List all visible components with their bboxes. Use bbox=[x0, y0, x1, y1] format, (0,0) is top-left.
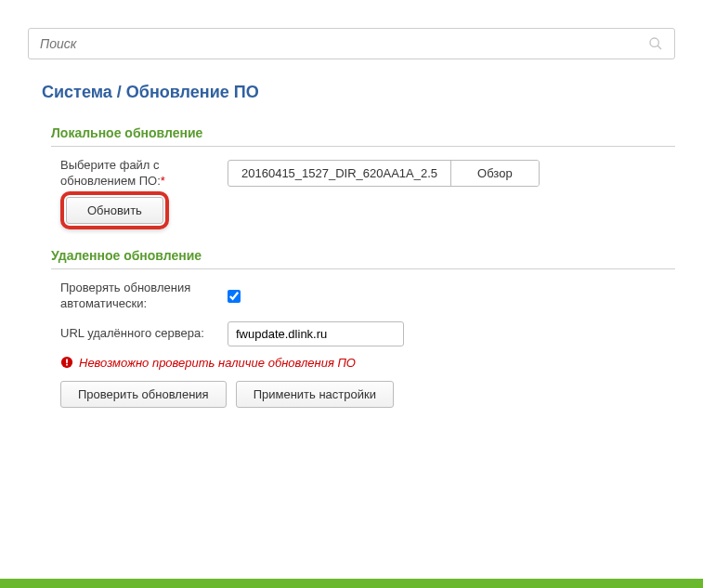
apply-settings-button[interactable]: Применить настройки bbox=[236, 381, 394, 408]
remote-update-section: Удаленное обновление Проверять обновлени… bbox=[51, 248, 675, 408]
breadcrumb-separator: / bbox=[112, 83, 126, 101]
file-select-label: Выберите файл с обновлением ПО:* bbox=[60, 158, 228, 189]
error-icon bbox=[60, 356, 73, 369]
breadcrumb: Система / Обновление ПО bbox=[28, 83, 675, 102]
remote-button-row: Проверить обновления Применить настройки bbox=[51, 381, 675, 408]
auto-check-label: Проверять обновления автоматически: bbox=[60, 281, 228, 312]
error-message-row: Невозможно проверить наличие обновления … bbox=[51, 356, 675, 370]
error-text: Невозможно проверить наличие обновления … bbox=[79, 356, 356, 370]
search-bar bbox=[28, 28, 675, 59]
local-update-title: Локальное обновление bbox=[51, 125, 675, 147]
check-updates-button[interactable]: Проверить обновления bbox=[60, 381, 227, 408]
footer-accent-bar bbox=[0, 579, 703, 588]
required-star: * bbox=[161, 174, 165, 188]
remote-update-title: Удаленное обновление bbox=[51, 248, 675, 269]
file-input-group: 20160415_1527_DIR_620AA1A_2.5 Обзор bbox=[228, 160, 540, 187]
search-icon[interactable] bbox=[648, 36, 663, 51]
svg-rect-3 bbox=[66, 359, 68, 363]
local-update-section: Локальное обновление Выберите файл с обн… bbox=[51, 125, 675, 229]
auto-check-row: Проверять обновления автоматически: bbox=[51, 281, 675, 312]
svg-line-1 bbox=[657, 46, 661, 49]
auto-check-checkbox[interactable] bbox=[228, 290, 241, 303]
file-select-row: Выберите файл с обновлением ПО:* 2016041… bbox=[51, 158, 675, 189]
svg-point-0 bbox=[650, 38, 658, 46]
update-button[interactable]: Обновить bbox=[66, 197, 163, 224]
search-input[interactable] bbox=[40, 36, 648, 51]
update-button-highlight: Обновить bbox=[60, 191, 169, 229]
svg-rect-4 bbox=[66, 364, 68, 366]
breadcrumb-system[interactable]: Система bbox=[42, 83, 112, 101]
remote-url-label: URL удалённого сервера: bbox=[60, 326, 228, 342]
remote-url-input[interactable] bbox=[228, 321, 404, 346]
breadcrumb-page: Обновление ПО bbox=[126, 83, 259, 101]
remote-url-row: URL удалённого сервера: bbox=[51, 321, 675, 346]
browse-button[interactable]: Обзор bbox=[450, 161, 539, 186]
update-button-row: Обновить bbox=[51, 199, 675, 229]
selected-file-name: 20160415_1527_DIR_620AA1A_2.5 bbox=[228, 161, 450, 186]
